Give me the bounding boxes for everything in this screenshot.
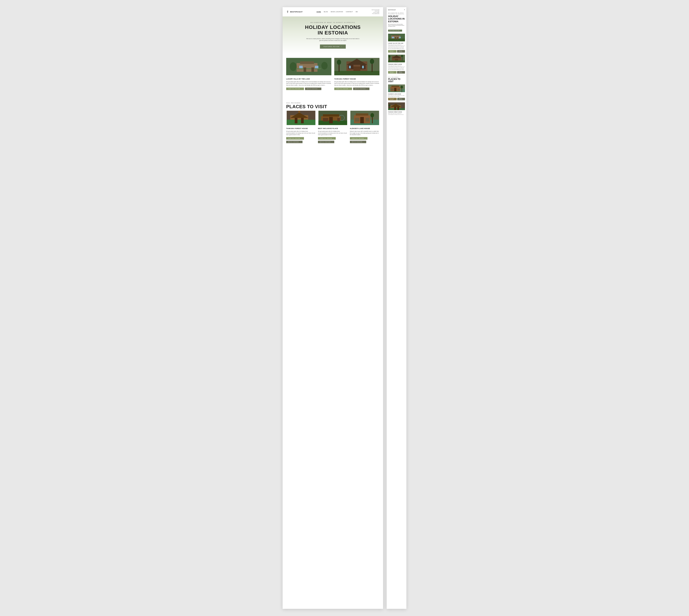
svg-rect-73 bbox=[398, 89, 400, 91]
panel-luxury-title: LUXURY VILLA BY THE LAKE bbox=[388, 43, 405, 44]
panel-aleksei-review-btn[interactable]: INDIVIDUAL REVIEW bbox=[388, 98, 397, 100]
svg-rect-53 bbox=[388, 39, 405, 41]
panel-luxury-review-btn[interactable]: VIEW FULL REVIEW bbox=[388, 50, 397, 52]
place-aleksei-card: ALEKSEI'S LAKE HOUSE Aleksei's lake hous… bbox=[350, 111, 379, 145]
panel-luxury-footage-btn[interactable]: WATCH FOOTAGE bbox=[397, 50, 405, 52]
svg-point-75 bbox=[400, 86, 403, 88]
panel-tahkuna2-title: TAHKUNA FOREST HOUSE bbox=[388, 111, 405, 112]
svg-rect-31 bbox=[295, 118, 297, 123]
nav-book[interactable]: BOOK LOCATION bbox=[331, 11, 343, 13]
svg-rect-29 bbox=[298, 111, 300, 113]
hero-title: HOLIDAY LOCATIONSIN ESTONIA bbox=[305, 25, 361, 36]
svg-rect-6 bbox=[293, 68, 321, 69]
social-tiktok[interactable]: TIKTOK bbox=[375, 10, 379, 12]
svg-rect-10 bbox=[311, 67, 314, 72]
nav-contact[interactable]: CONTACT bbox=[346, 11, 353, 13]
place-inclusive-review-btn[interactable]: VIEW FULL REVIEW bbox=[318, 137, 336, 139]
panel-menu-icon[interactable]: ≡ bbox=[404, 9, 405, 10]
place-tahkuna-review-btn[interactable]: VIEW FULL REVIEW bbox=[286, 137, 304, 139]
places-cards-grid: TAHKUNA FOREST HOUSE We get asked quite … bbox=[283, 111, 383, 148]
panel-luxury-text: We get asked quite often for holiday hom… bbox=[388, 44, 405, 49]
featured-cards-grid: LUXURY VILLA BY THE LAKE We get asked qu… bbox=[286, 58, 379, 91]
hero-section: AN OVERVIEW OF WHAT TO EXPECT IN SPECIFI… bbox=[283, 17, 383, 54]
nav-social: INSTAGRAM TIKTOK YOUTUBE FACEBOOK bbox=[372, 9, 379, 14]
panel-hero-desc: We recommend some of the best holiday ho… bbox=[388, 24, 405, 27]
place-tahkuna-footage-btn[interactable]: WATCH FOOTAGE bbox=[286, 141, 303, 143]
panel-tahkuna-footage-btn[interactable]: WATCH FOOTAGE bbox=[397, 71, 405, 73]
place-inclusive-card: BEST INCLUSIVE PLACE We get asked quite … bbox=[318, 111, 348, 145]
luxury-villa-body: LUXURY VILLA BY THE LAKE We get asked qu… bbox=[286, 76, 331, 91]
panel-places-label: 2021 REVIEWED bbox=[388, 76, 405, 78]
panel-luxury-image bbox=[388, 33, 405, 42]
luxury-villa-image bbox=[286, 58, 331, 75]
svg-rect-71 bbox=[394, 88, 396, 91]
svg-point-66 bbox=[401, 55, 403, 57]
panel-aleksei-image bbox=[388, 84, 405, 93]
tahkuna-footage-button[interactable]: WATCH FOOTAGE bbox=[353, 88, 370, 90]
main-website: EESTIPAIGAT HOME BLOG BOOK LOCATION CONT… bbox=[283, 7, 383, 609]
nav-home[interactable]: HOME bbox=[316, 11, 321, 13]
svg-rect-70 bbox=[392, 86, 399, 87]
place-tahkuna-actions: VIEW FULL REVIEW WATCH FOOTAGE bbox=[286, 137, 316, 143]
panel-tahkuna-review-btn[interactable]: VIEW FULL REVIEW bbox=[388, 71, 397, 73]
luxury-villa-review-button[interactable]: VIEW FULL REVIEW bbox=[286, 88, 304, 90]
panel-featured-btn[interactable]: FEATURED REVIEW bbox=[388, 29, 402, 31]
svg-rect-79 bbox=[388, 108, 405, 110]
tahkuna-forest-text: We get asked quite often for holiday hom… bbox=[334, 81, 379, 86]
nav-blog[interactable]: BLOG bbox=[324, 11, 328, 13]
places-label: 2021 REVIEWED bbox=[286, 102, 379, 104]
svg-rect-19 bbox=[334, 71, 379, 75]
logo[interactable]: EESTIPAIGAT bbox=[286, 10, 303, 13]
panel-tahkuna-text: We get asked quite often for holiday hom… bbox=[388, 65, 405, 70]
tahkuna-review-button[interactable]: VIEW FULL REVIEW bbox=[334, 88, 352, 90]
svg-rect-9 bbox=[304, 67, 306, 72]
svg-rect-39 bbox=[323, 118, 328, 122]
svg-point-64 bbox=[388, 55, 391, 58]
tahkuna-forest-title: TAHKUNA FOREST HOUSE bbox=[334, 78, 379, 80]
panel-aleksei-footage-btn[interactable]: WATCH FOOTAGE bbox=[397, 98, 405, 100]
place-inclusive-body: BEST INCLUSIVE PLACE We get asked quite … bbox=[318, 126, 348, 145]
place-inclusive-footage-btn[interactable]: WATCH FOOTAGE bbox=[318, 141, 334, 143]
tahkuna-forest-body: TAHKUNA FOREST HOUSE We get asked quite … bbox=[334, 76, 379, 91]
panel-hero-subtitle: AN OVERVIEW OF WHAT TO EXPECT IN SPECIFI… bbox=[388, 13, 405, 15]
panel-hero-title: HOLIDAY LOCATIONS IN ESTONIA bbox=[388, 15, 405, 23]
social-facebook[interactable]: FACEBOOK bbox=[372, 13, 379, 14]
svg-point-25 bbox=[370, 59, 374, 64]
place-aleksei-text: Aleksei's lake house with a beautiful vi… bbox=[350, 130, 379, 136]
svg-rect-57 bbox=[399, 37, 401, 38]
place-tahkuna-body: TAHKUNA FOREST HOUSE We get asked quite … bbox=[286, 126, 316, 145]
place-aleksei-review-btn[interactable]: VIEW FULL REVIEW bbox=[350, 137, 368, 139]
luxury-villa-text: We get asked quite often for holiday hom… bbox=[286, 81, 331, 86]
place-tahkuna-title: TAHKUNA FOREST HOUSE bbox=[286, 128, 316, 129]
featured-cards-section: LUXURY VILLA BY THE LAKE We get asked qu… bbox=[283, 54, 383, 99]
hero-subtitle: AN OVERVIEW OF WHAT TO EXPECT IN SPECIFI… bbox=[310, 22, 355, 23]
places-section-heading: 2021 REVIEWED PLACES TO VISIT bbox=[283, 99, 383, 111]
place-aleksei-footage-btn[interactable]: WATCH FOOTAGE bbox=[350, 141, 366, 143]
logo-text: EESTIPAIGAT bbox=[290, 11, 303, 13]
place-tahkuna-text: We get asked quite often for holiday hom… bbox=[286, 130, 316, 136]
luxury-villa-card: LUXURY VILLA BY THE LAKE We get asked qu… bbox=[286, 58, 331, 91]
svg-rect-20 bbox=[349, 66, 351, 68]
places-title: PLACES TO VISIT bbox=[286, 104, 379, 109]
featured-review-button[interactable]: FEATURED REVIEW bbox=[320, 44, 346, 49]
place-aleksei-image bbox=[350, 111, 379, 125]
social-instagram[interactable]: INSTAGRAM bbox=[372, 9, 379, 10]
nav-language[interactable]: EN bbox=[356, 11, 358, 13]
svg-point-8 bbox=[321, 62, 328, 69]
svg-point-7 bbox=[290, 62, 296, 71]
place-inclusive-image bbox=[318, 111, 348, 125]
svg-point-83 bbox=[388, 104, 391, 106]
svg-rect-44 bbox=[356, 113, 368, 115]
svg-rect-52 bbox=[393, 35, 399, 36]
panel-tahkuna-image bbox=[388, 54, 405, 63]
logo-icon bbox=[286, 10, 289, 13]
place-inclusive-title: BEST INCLUSIVE PLACE bbox=[318, 128, 348, 129]
svg-rect-46 bbox=[355, 118, 359, 122]
svg-rect-12 bbox=[315, 66, 318, 68]
luxury-villa-footage-button[interactable]: WATCH FOOTAGE bbox=[305, 88, 321, 90]
luxury-villa-title: LUXURY VILLA BY THE LAKE bbox=[286, 78, 331, 80]
nav-links: HOME BLOG BOOK LOCATION CONTACT EN bbox=[316, 11, 358, 13]
tahkuna-forest-actions: VIEW FULL REVIEW WATCH FOOTAGE bbox=[334, 88, 379, 90]
social-youtube[interactable]: YOUTUBE bbox=[373, 12, 379, 13]
svg-rect-38 bbox=[329, 117, 333, 123]
